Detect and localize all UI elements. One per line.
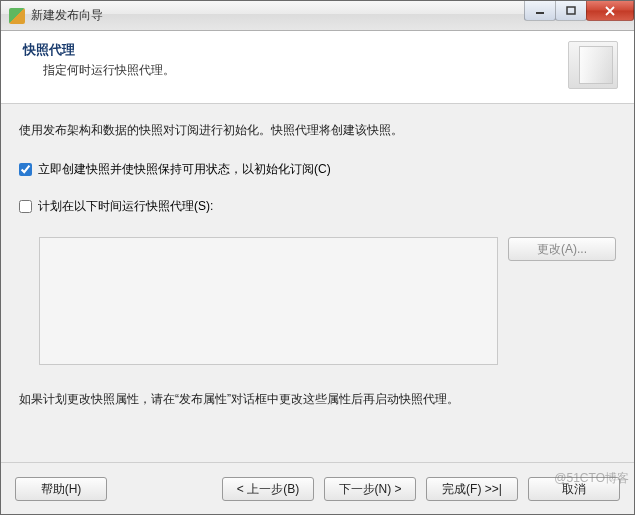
- cancel-button[interactable]: 取消: [528, 477, 620, 501]
- page-title: 快照代理: [23, 41, 175, 59]
- svg-rect-1: [567, 7, 575, 14]
- intro-text: 使用发布架构和数据的快照对订阅进行初始化。快照代理将创建该快照。: [19, 122, 616, 139]
- wizard-content: 使用发布架构和数据的快照对订阅进行初始化。快照代理将创建该快照。 立即创建快照并…: [1, 104, 634, 462]
- create-now-checkbox[interactable]: [19, 163, 32, 176]
- close-icon: [604, 6, 616, 16]
- svg-rect-0: [536, 12, 544, 14]
- wizard-window: 新建发布向导 快照代理 指定何时运行快照代理。 使用发布架构和数据的快照对订阅进…: [0, 0, 635, 515]
- wizard-footer: 帮助(H) < 上一步(B) 下一步(N) > 完成(F) >>| 取消: [1, 462, 634, 514]
- schedule-checkbox[interactable]: [19, 200, 32, 213]
- maximize-icon: [566, 6, 576, 16]
- finish-button[interactable]: 完成(F) >>|: [426, 477, 518, 501]
- help-button[interactable]: 帮助(H): [15, 477, 107, 501]
- minimize-button[interactable]: [524, 1, 556, 21]
- header-graphic-icon: [568, 41, 618, 89]
- next-button[interactable]: 下一步(N) >: [324, 477, 416, 501]
- footnote-text: 如果计划更改快照属性，请在“发布属性”对话框中更改这些属性后再启动快照代理。: [19, 391, 616, 408]
- app-icon: [9, 8, 25, 24]
- change-button: 更改(A)...: [508, 237, 616, 261]
- minimize-icon: [535, 6, 545, 16]
- window-controls: [525, 1, 634, 23]
- titlebar[interactable]: 新建发布向导: [1, 1, 634, 31]
- maximize-button[interactable]: [555, 1, 587, 21]
- close-button[interactable]: [586, 1, 634, 21]
- header-text: 快照代理 指定何时运行快照代理。: [23, 41, 175, 79]
- window-title: 新建发布向导: [31, 7, 103, 24]
- option-create-now[interactable]: 立即创建快照并使快照保持可用状态，以初始化订阅(C): [19, 161, 616, 178]
- page-subtitle: 指定何时运行快照代理。: [43, 62, 175, 79]
- wizard-header: 快照代理 指定何时运行快照代理。: [1, 31, 634, 104]
- option-schedule[interactable]: 计划在以下时间运行快照代理(S):: [19, 198, 616, 215]
- schedule-area: 更改(A)...: [19, 237, 616, 365]
- schedule-display-box: [39, 237, 498, 365]
- back-button[interactable]: < 上一步(B): [222, 477, 314, 501]
- schedule-label: 计划在以下时间运行快照代理(S):: [38, 198, 213, 215]
- create-now-label: 立即创建快照并使快照保持可用状态，以初始化订阅(C): [38, 161, 331, 178]
